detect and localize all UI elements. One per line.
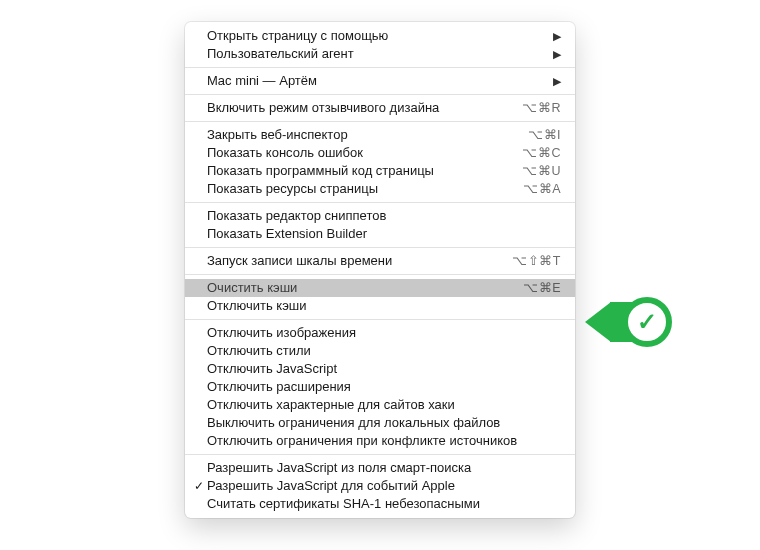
menu-item-timeline-rec[interactable]: Запуск записи шкалы времени⌥⇧⌘T	[185, 252, 575, 270]
menu-item-shortcut: ⌥⌘E	[505, 279, 561, 297]
menu-item-label: Отключить изображения	[207, 324, 561, 342]
menu-item-label: Показать программный код страницы	[207, 162, 504, 180]
menu-section: Запуск записи шкалы времени⌥⇧⌘T	[185, 251, 575, 271]
menu-item-mac-mini[interactable]: Mac mini — Артём▶	[185, 72, 575, 90]
menu-item-label: Выключить ограничения для локальных файл…	[207, 414, 561, 432]
menu-item-disable-caches[interactable]: Отключить кэши	[185, 297, 575, 315]
checkmark-icon: ✓	[637, 310, 657, 334]
develop-menu: Открыть страницу с помощью▶Пользовательс…	[185, 22, 575, 518]
menu-section: Включить режим отзывчивого дизайна⌥⌘R	[185, 98, 575, 118]
menu-divider	[185, 454, 575, 455]
menu-item-error-console[interactable]: Показать консоль ошибок⌥⌘C	[185, 144, 575, 162]
menu-item-sha1-unsafe[interactable]: Считать сертификаты SHA-1 небезопасными	[185, 495, 575, 513]
menu-item-label: Отключить характерные для сайтов хаки	[207, 396, 561, 414]
menu-section: Разрешить JavaScript из поля смарт-поиск…	[185, 458, 575, 514]
menu-item-disable-js[interactable]: Отключить JavaScript	[185, 360, 575, 378]
menu-item-disable-ext[interactable]: Отключить расширения	[185, 378, 575, 396]
submenu-arrow-icon: ▶	[553, 72, 561, 90]
menu-divider	[185, 319, 575, 320]
menu-item-label: Показать консоль ошибок	[207, 144, 504, 162]
menu-item-label: Показать редактор сниппетов	[207, 207, 561, 225]
menu-divider	[185, 67, 575, 68]
menu-item-label: Включить режим отзывчивого дизайна	[207, 99, 504, 117]
menu-item-close-inspector[interactable]: Закрыть веб-инспектор⌥⌘I	[185, 126, 575, 144]
menu-item-label: Считать сертификаты SHA-1 небезопасными	[207, 495, 561, 513]
menu-item-shortcut: ⌥⌘U	[504, 162, 561, 180]
menu-item-open-with[interactable]: Открыть страницу с помощью▶	[185, 27, 575, 45]
menu-item-page-resources[interactable]: Показать ресурсы страницы⌥⌘A	[185, 180, 575, 198]
menu-item-responsive[interactable]: Включить режим отзывчивого дизайна⌥⌘R	[185, 99, 575, 117]
menu-divider	[185, 247, 575, 248]
callout-circle: ✓	[622, 297, 672, 347]
menu-item-label: Показать Extension Builder	[207, 225, 561, 243]
menu-section: Закрыть веб-инспектор⌥⌘IПоказать консоль…	[185, 125, 575, 199]
menu-item-clear-caches[interactable]: Очистить кэши⌥⌘E	[185, 279, 575, 297]
menu-item-smart-js[interactable]: Разрешить JavaScript из поля смарт-поиск…	[185, 459, 575, 477]
menu-item-label: Отключить ограничения при конфликте исто…	[207, 432, 561, 450]
menu-item-disable-images[interactable]: Отключить изображения	[185, 324, 575, 342]
menu-item-label: Отключить расширения	[207, 378, 561, 396]
submenu-arrow-icon: ▶	[553, 45, 561, 63]
menu-item-disable-styles[interactable]: Отключить стили	[185, 342, 575, 360]
menu-item-label: Открыть страницу с помощью	[207, 27, 553, 45]
menu-item-label: Mac mini — Артём	[207, 72, 553, 90]
menu-section: Очистить кэши⌥⌘EОтключить кэши	[185, 278, 575, 316]
menu-item-user-agent[interactable]: Пользовательский агент▶	[185, 45, 575, 63]
menu-section: Показать редактор сниппетовПоказать Exte…	[185, 206, 575, 244]
menu-item-shortcut: ⌥⇧⌘T	[494, 252, 561, 270]
menu-item-page-source[interactable]: Показать программный код страницы⌥⌘U	[185, 162, 575, 180]
menu-item-shortcut: ⌥⌘C	[504, 144, 561, 162]
menu-item-label: Показать ресурсы страницы	[207, 180, 505, 198]
callout-arrow	[585, 302, 611, 342]
menu-item-label: Закрыть веб-инспектор	[207, 126, 510, 144]
menu-divider	[185, 202, 575, 203]
menu-item-label: Разрешить JavaScript из поля смарт-поиск…	[207, 459, 561, 477]
menu-section: Mac mini — Артём▶	[185, 71, 575, 91]
menu-item-label: Отключить кэши	[207, 297, 561, 315]
menu-item-label: Очистить кэши	[207, 279, 505, 297]
menu-item-shortcut: ⌥⌘A	[505, 180, 561, 198]
menu-section: Открыть страницу с помощью▶Пользовательс…	[185, 26, 575, 64]
menu-item-label: Пользовательский агент	[207, 45, 553, 63]
submenu-arrow-icon: ▶	[553, 27, 561, 45]
menu-item-apple-events-js[interactable]: ✓Разрешить JavaScript для событий Apple	[185, 477, 575, 495]
menu-item-disable-hacks[interactable]: Отключить характерные для сайтов хаки	[185, 396, 575, 414]
menu-section: Отключить изображенияОтключить стилиОткл…	[185, 323, 575, 451]
menu-divider	[185, 274, 575, 275]
menu-item-snippet-editor[interactable]: Показать редактор сниппетов	[185, 207, 575, 225]
callout-bar	[610, 302, 634, 342]
menu-item-label: Отключить JavaScript	[207, 360, 561, 378]
menu-item-label: Разрешить JavaScript для событий Apple	[207, 477, 561, 495]
menu-divider	[185, 94, 575, 95]
menu-item-disable-local[interactable]: Выключить ограничения для локальных файл…	[185, 414, 575, 432]
menu-divider	[185, 121, 575, 122]
checkmark-icon: ✓	[193, 477, 205, 495]
menu-item-shortcut: ⌥⌘R	[504, 99, 561, 117]
menu-item-disable-cors[interactable]: Отключить ограничения при конфликте исто…	[185, 432, 575, 450]
menu-item-shortcut: ⌥⌘I	[510, 126, 561, 144]
highlight-callout: ✓	[585, 297, 672, 347]
menu-item-label: Отключить стили	[207, 342, 561, 360]
menu-item-label: Запуск записи шкалы времени	[207, 252, 494, 270]
menu-item-ext-builder[interactable]: Показать Extension Builder	[185, 225, 575, 243]
